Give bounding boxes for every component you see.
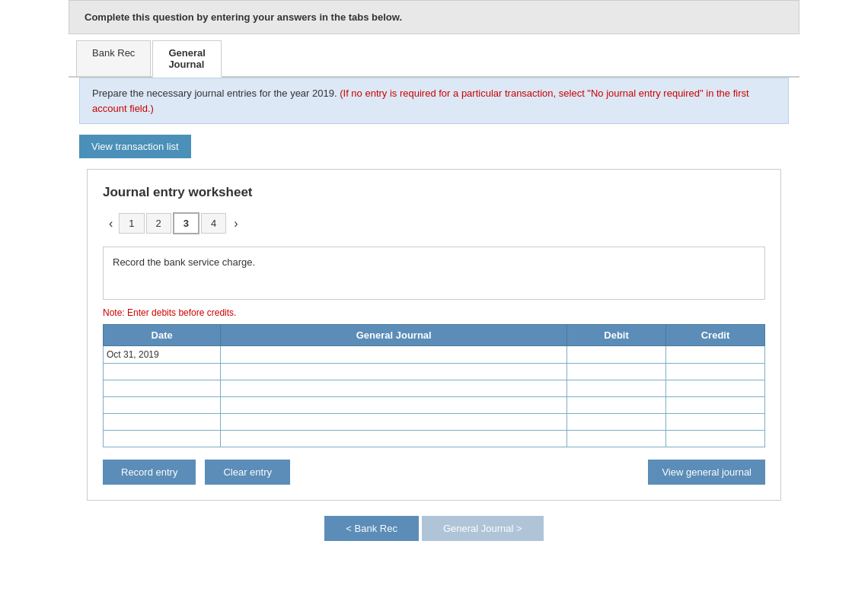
gj-input-3[interactable] <box>221 397 566 413</box>
cell-credit-1 <box>666 364 765 380</box>
table-row <box>104 414 765 431</box>
date-input-4[interactable] <box>104 414 220 430</box>
debit-input-1[interactable] <box>567 364 665 380</box>
date-input-1[interactable] <box>104 364 220 380</box>
record-entry-btn[interactable]: Record entry <box>103 460 196 485</box>
tab-bank-rec[interactable]: Bank Rec <box>76 40 151 76</box>
gj-input-0[interactable] <box>221 346 566 363</box>
cell-gj-5 <box>221 431 567 447</box>
credit-input-0[interactable] <box>666 346 764 363</box>
debit-input-4[interactable] <box>567 414 665 430</box>
date-value-0: Oct 31, 2019 <box>104 346 220 363</box>
cell-debit-3 <box>567 397 666 414</box>
gj-input-5[interactable] <box>221 431 566 447</box>
cell-gj-0 <box>221 346 567 364</box>
view-transaction-btn[interactable]: View transaction list <box>79 135 191 158</box>
view-general-journal-btn[interactable]: View general journal <box>648 460 765 485</box>
next-page-btn[interactable]: › <box>228 214 244 234</box>
clear-entry-btn[interactable]: Clear entry <box>205 460 290 485</box>
journal-table: Date General Journal Debit Credit Oct 31… <box>103 324 765 447</box>
description-box: Record the bank service charge. <box>103 247 765 300</box>
cell-date-1 <box>104 364 221 380</box>
note-text: Note: Enter debits before credits. <box>103 307 765 318</box>
banner-text: Complete this question by entering your … <box>85 11 402 23</box>
col-header-credit: Credit <box>666 325 765 346</box>
credit-input-1[interactable] <box>666 364 764 380</box>
cell-credit-0 <box>666 346 765 364</box>
instruction-bar: Prepare the necessary journal entries fo… <box>79 78 789 124</box>
debit-input-5[interactable] <box>567 431 665 447</box>
credit-input-3[interactable] <box>666 397 764 413</box>
date-input-2[interactable] <box>104 380 220 396</box>
cell-debit-1 <box>567 364 666 380</box>
cell-debit-2 <box>567 380 666 397</box>
gj-input-1[interactable] <box>221 364 566 380</box>
top-banner: Complete this question by entering your … <box>69 0 799 34</box>
cell-date-2 <box>104 380 221 397</box>
cell-gj-2 <box>221 380 567 397</box>
cell-debit-4 <box>567 414 666 431</box>
col-header-debit: Debit <box>567 325 666 346</box>
table-row <box>104 380 765 397</box>
debit-input-2[interactable] <box>567 380 665 396</box>
debit-input-0[interactable] <box>567 346 665 363</box>
next-nav-btn[interactable]: General Journal > <box>422 516 544 541</box>
cell-gj-3 <box>221 397 567 414</box>
tabs-bar: Bank Rec GeneralJournal <box>69 36 799 78</box>
gj-input-4[interactable] <box>221 414 566 430</box>
cell-date-4 <box>104 414 221 431</box>
cell-date-5 <box>104 431 221 447</box>
page-2-btn[interactable]: 2 <box>146 213 171 234</box>
table-row <box>104 364 765 380</box>
action-buttons: Record entry Clear entry View general jo… <box>103 460 765 485</box>
cell-debit-0 <box>567 346 666 364</box>
page-3-btn[interactable]: 3 <box>173 212 199 234</box>
tab-general-journal[interactable]: GeneralJournal <box>152 40 221 78</box>
cell-gj-1 <box>221 364 567 380</box>
credit-input-5[interactable] <box>666 431 764 447</box>
cell-credit-2 <box>666 380 765 397</box>
table-row <box>104 397 765 414</box>
table-row <box>104 431 765 447</box>
journal-worksheet: Journal entry worksheet ‹ 1 2 3 4 › Reco… <box>87 169 781 501</box>
page-1-btn[interactable]: 1 <box>119 213 144 234</box>
gj-input-2[interactable] <box>221 380 566 396</box>
bottom-nav: < Bank Rec General Journal > <box>69 516 799 541</box>
col-header-date: Date <box>104 325 221 346</box>
worksheet-title: Journal entry worksheet <box>103 185 765 200</box>
cell-debit-5 <box>567 431 666 447</box>
prev-page-btn[interactable]: ‹ <box>103 214 119 234</box>
date-input-3[interactable] <box>104 397 220 413</box>
page-4-btn[interactable]: 4 <box>201 213 226 234</box>
credit-input-4[interactable] <box>666 414 764 430</box>
cell-credit-3 <box>666 397 765 414</box>
description-text: Record the bank service charge. <box>113 256 255 268</box>
pagination: ‹ 1 2 3 4 › <box>103 212 765 234</box>
prev-nav-btn[interactable]: < Bank Rec <box>324 516 419 541</box>
date-input-5[interactable] <box>104 431 220 447</box>
table-row: Oct 31, 2019 <box>104 346 765 364</box>
debit-input-3[interactable] <box>567 397 665 413</box>
cell-gj-4 <box>221 414 567 431</box>
cell-credit-5 <box>666 431 765 447</box>
cell-date-3 <box>104 397 221 414</box>
cell-credit-4 <box>666 414 765 431</box>
cell-date-0: Oct 31, 2019 <box>104 346 221 364</box>
instruction-main: Prepare the necessary journal entries fo… <box>92 88 337 99</box>
col-header-gj: General Journal <box>221 325 567 346</box>
credit-input-2[interactable] <box>666 380 764 396</box>
